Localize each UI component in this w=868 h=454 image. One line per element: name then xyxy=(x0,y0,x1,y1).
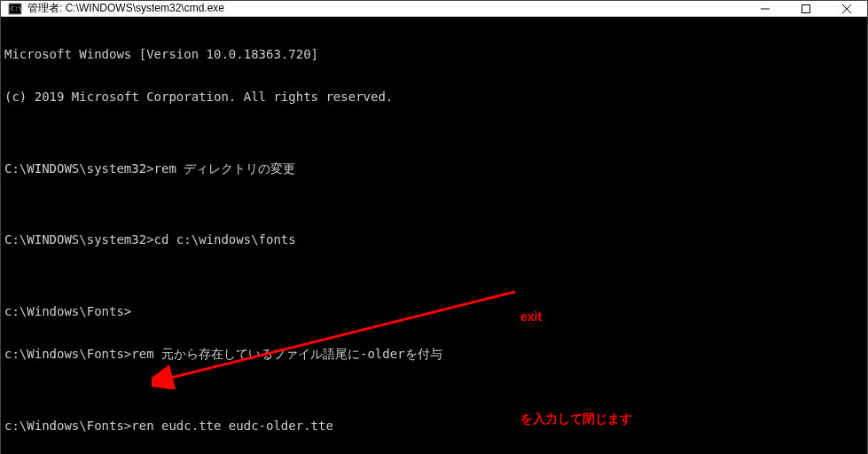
maximize-button[interactable] xyxy=(786,1,826,16)
svg-text:C:\: C:\ xyxy=(11,5,22,12)
cmd-icon: C:\ xyxy=(8,2,22,16)
terminal-line: C:\WINDOWS\system32>rem ディレクトリの変更 xyxy=(4,161,864,176)
terminal-line: C:\WINDOWS\system32>cd c:\windows\fonts xyxy=(4,232,864,247)
annotation-line: を入力して閉じます xyxy=(520,410,756,428)
window-title: 管理者: C:\WINDOWS\system32\cmd.exe xyxy=(27,1,745,16)
annotation-line: exit xyxy=(520,308,756,326)
annotation-text: exit を入力して閉じます 右上の閉じるボタンでももちろん良いです xyxy=(520,270,756,454)
terminal-output[interactable]: Microsoft Windows [Version 10.0.18363.72… xyxy=(1,17,867,454)
svg-rect-3 xyxy=(802,4,810,12)
annotation-arrow xyxy=(152,283,524,389)
terminal-line: Microsoft Windows [Version 10.0.18363.72… xyxy=(4,47,864,61)
titlebar[interactable]: C:\ 管理者: C:\WINDOWS\system32\cmd.exe xyxy=(1,1,867,17)
close-button[interactable] xyxy=(826,1,867,16)
terminal-line: (c) 2019 Microsoft Corporation. All righ… xyxy=(4,90,864,104)
cmd-window: C:\ 管理者: C:\WINDOWS\system32\cmd.exe Mic… xyxy=(0,0,868,454)
minimize-button[interactable] xyxy=(745,1,786,16)
window-controls xyxy=(745,1,867,16)
